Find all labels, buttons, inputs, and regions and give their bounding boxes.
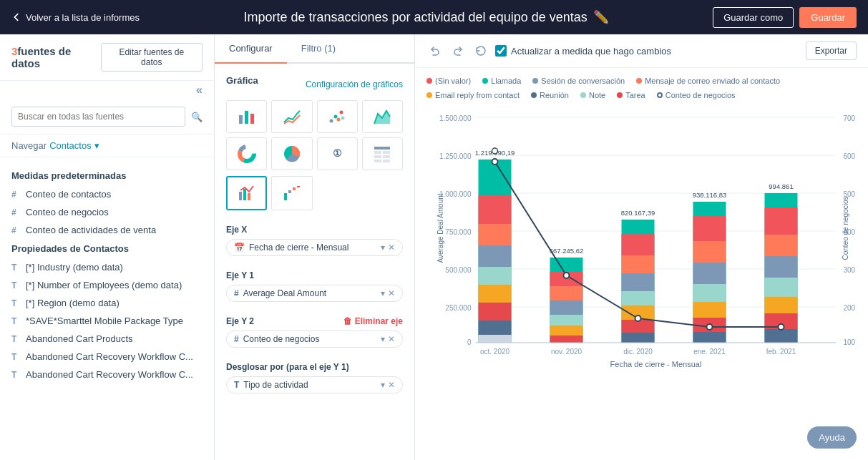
edit-sources-button[interactable]: Editar fuentes de datos <box>101 43 203 72</box>
item-label: [*] Number of Employees (demo data) <box>26 280 182 290</box>
legend-label: (Sin valor) <box>435 77 471 85</box>
axis-x-section: Eje X 📅 Fecha de cierre - Mensual ▾ ✕ <box>226 225 403 256</box>
auto-update-checkbox[interactable] <box>495 45 507 57</box>
chevron-down-icon[interactable]: ▾ <box>381 288 385 298</box>
close-icon[interactable]: ✕ <box>388 380 395 390</box>
breakdown-value: Tipo de actividad <box>243 380 376 390</box>
svg-text:820.167,39: 820.167,39 <box>621 209 655 217</box>
list-item[interactable]: T Abandoned Cart Products <box>0 330 214 348</box>
list-item[interactable]: T Abandoned Cart Recovery Workflow C... <box>0 366 214 383</box>
svg-rect-20 <box>374 160 381 162</box>
legend-label: Note <box>589 91 605 99</box>
tab-configurar[interactable]: Configurar <box>215 34 287 64</box>
section-contact-properties: Propiedades de Contactos T [*] Industry … <box>0 239 214 383</box>
chart-type-stacked[interactable] <box>271 100 312 133</box>
collapse-row: « <box>0 81 214 99</box>
axis-y1-tag[interactable]: # Average Deal Amount ▾ ✕ <box>226 285 403 302</box>
chart-type-pie[interactable] <box>271 137 312 170</box>
bar-segment <box>693 241 726 263</box>
breakdown-tag[interactable]: T Tipo de actividad ▾ ✕ <box>226 376 403 393</box>
auto-update-label[interactable]: Actualizar a medida que hago cambios <box>495 45 800 57</box>
chart-type-number[interactable]: ① <box>317 137 358 170</box>
redo-button[interactable] <box>449 42 467 59</box>
bar-segment <box>693 216 726 241</box>
export-button[interactable]: Exportar <box>806 41 857 60</box>
chevron-down-icon[interactable]: ▾ <box>381 243 385 253</box>
svg-text:nov. 2020: nov. 2020 <box>551 348 582 356</box>
help-button[interactable]: Ayuda <box>807 426 857 449</box>
chevron-down-icon[interactable]: ▾ <box>381 334 385 344</box>
item-label: Abandoned Cart Recovery Workflow C... <box>26 369 193 380</box>
list-item[interactable]: # Conteo de negocios <box>0 203 214 221</box>
bar-segment <box>693 302 726 318</box>
bar-segment <box>550 326 583 336</box>
item-type-icon: T <box>11 370 20 380</box>
close-icon[interactable]: ✕ <box>388 334 395 344</box>
item-label: Conteo de contactos <box>26 189 111 200</box>
section-title-contacts: Propiedades de Contactos <box>0 239 214 258</box>
line-dot <box>492 159 498 165</box>
axis-x-label: Eje X <box>226 225 247 235</box>
chart-type-table[interactable] <box>362 137 403 170</box>
chart-type-combo[interactable] <box>226 176 267 210</box>
item-type-icon: T <box>11 263 20 273</box>
axis-x-tag[interactable]: 📅 Fecha de cierre - Mensual ▾ ✕ <box>226 239 403 256</box>
svg-rect-28 <box>297 186 300 187</box>
svg-text:500.000: 500.000 <box>445 266 472 274</box>
list-item[interactable]: # Conteo de contactos <box>0 185 214 203</box>
bar-segment <box>765 329 798 343</box>
header-actions: Guardar como Guardar <box>713 7 857 28</box>
svg-rect-26 <box>288 190 291 193</box>
title-text: Importe de transacciones por actividad d… <box>243 10 587 25</box>
item-label: *SAVE*Smarttel Mobile Package Type <box>26 315 183 326</box>
save-button[interactable]: Guardar <box>799 7 857 28</box>
list-item[interactable]: T [*] Industry (demo data) <box>0 258 214 276</box>
trash-icon: 🗑 <box>343 316 352 326</box>
item-label: Conteo de negocios <box>26 207 109 217</box>
chevron-down-icon[interactable]: ▾ <box>381 380 385 390</box>
tab-filtro[interactable]: Filtro (1) <box>287 34 350 64</box>
back-button[interactable]: Volver a la lista de informes <box>11 12 140 23</box>
legend-label: Sesión de conversación <box>541 77 625 85</box>
search-icon[interactable]: 🔍 <box>191 112 203 122</box>
bar-segment <box>622 291 655 305</box>
chart-type-bar[interactable] <box>226 100 267 133</box>
chart-type-waterfall[interactable] <box>271 176 312 210</box>
svg-text:750.000: 750.000 <box>445 228 472 236</box>
undo-button[interactable] <box>426 42 444 59</box>
list-item[interactable]: T [*] Region (demo data) <box>0 294 214 312</box>
search-input[interactable] <box>11 107 185 127</box>
chart-section-title: Gráfica <box>226 75 258 86</box>
chart-type-scatter[interactable] <box>317 100 358 133</box>
svg-text:oct. 2020: oct. 2020 <box>480 348 510 356</box>
collapse-button[interactable]: « <box>196 84 203 97</box>
chart-type-area[interactable] <box>362 100 403 133</box>
axis-y2-tag[interactable]: # Conteo de negocios ▾ ✕ <box>226 331 403 348</box>
axis-y2-value: Conteo de negocios <box>243 334 376 344</box>
item-label: [*] Industry (demo data) <box>26 262 123 273</box>
chart-config-link[interactable]: Configuración de gráficos <box>306 79 403 89</box>
close-icon[interactable]: ✕ <box>388 243 395 253</box>
list-item[interactable]: T [*] Number of Employees (demo data) <box>0 276 214 294</box>
edit-title-icon[interactable]: ✏️ <box>593 9 609 25</box>
delete-axis-link[interactable]: Eliminar eje <box>355 316 403 326</box>
sources-info: 3fuentes de datos <box>11 45 101 69</box>
list-item[interactable]: T Abandoned Cart Recovery Workflow C... <box>0 348 214 366</box>
nav-link[interactable]: Contactos <box>49 140 92 151</box>
svg-rect-22 <box>239 192 242 200</box>
refresh-button[interactable] <box>472 42 489 59</box>
legend-dot <box>580 92 586 98</box>
list-item[interactable]: # Conteo de actividades de venta <box>0 221 214 239</box>
list-item[interactable]: T *SAVE*Smarttel Mobile Package Type <box>0 312 214 330</box>
chart-type-donut[interactable] <box>226 137 267 170</box>
svg-text:300: 300 <box>844 266 856 274</box>
legend-note: Note <box>580 91 605 99</box>
hash-icon: # <box>234 288 239 298</box>
save-as-button[interactable]: Guardar como <box>713 7 794 28</box>
bar-segment <box>479 335 512 343</box>
nav-dropdown-icon[interactable]: ▾ <box>94 140 99 151</box>
breakdown-actions: ▾ ✕ <box>381 380 395 390</box>
bar-segment <box>479 224 512 245</box>
line-dot <box>707 324 713 330</box>
close-icon[interactable]: ✕ <box>388 288 395 298</box>
